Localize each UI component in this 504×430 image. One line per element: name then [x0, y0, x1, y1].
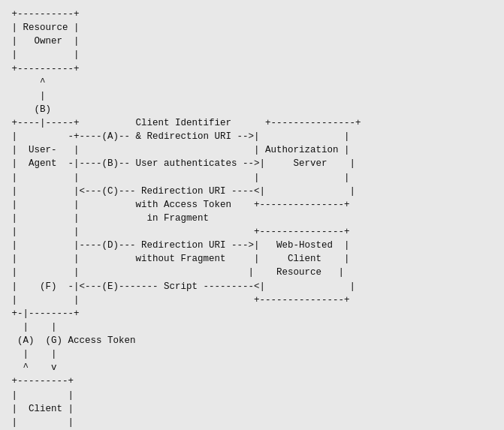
- diagram-content: +----------+ | Resource | | Owner | | | …: [6, 8, 498, 430]
- diagram-container: +----------+ | Resource | | Owner | | | …: [0, 0, 504, 430]
